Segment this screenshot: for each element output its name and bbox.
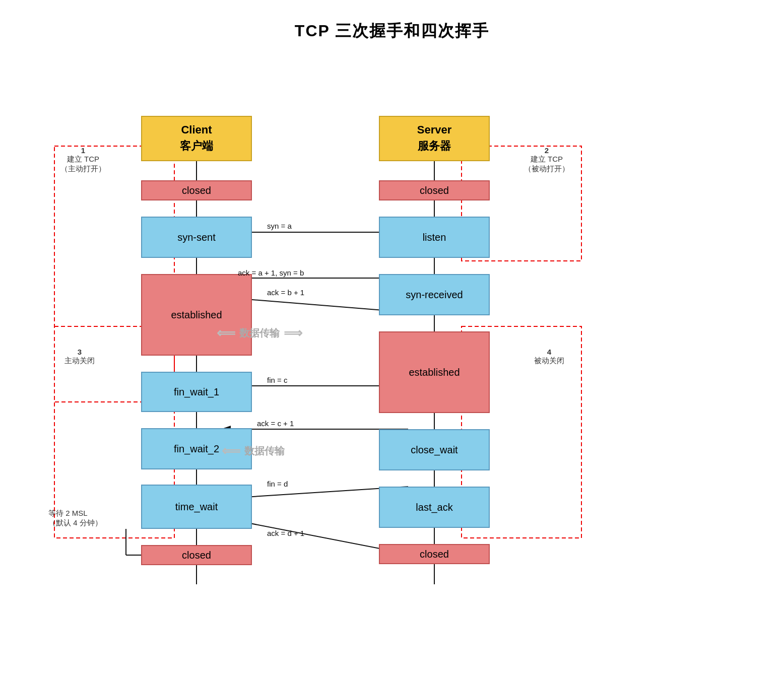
msg-ack-c1: ack = c + 1 <box>257 419 294 428</box>
server-last-ack: last_ack <box>379 487 490 528</box>
side-label-4: 4 被动关闭 <box>534 348 564 366</box>
client-label: Client <box>181 123 212 137</box>
server-closed-top: closed <box>379 180 490 200</box>
msg-ack-syn-b: ack = a + 1, syn = b <box>238 268 304 277</box>
page-title: TCP 三次握手和四次挥手 <box>0 0 784 42</box>
side-label-2: 2 建立 TCP（被动打开） <box>524 146 569 174</box>
data-transfer-1: ⟸ 数据传输 ⟹ <box>217 325 302 341</box>
client-syn-sent: syn-sent <box>141 217 252 258</box>
server-label: Server <box>417 123 452 137</box>
client-sublabel: 客户端 <box>180 139 213 154</box>
server-established: established <box>379 331 490 413</box>
msg-ack-d1: ack = d + 1 <box>267 529 304 537</box>
wait-label: 等待 2 MSL（默认 4 分钟） <box>48 509 102 528</box>
side-label-1: 1 建立 TCP（主动打开） <box>60 146 106 174</box>
client-closed-top: closed <box>141 180 252 200</box>
client-time-wait: time_wait <box>141 485 252 529</box>
server-close-wait: close_wait <box>379 429 490 470</box>
server-box: Server 服务器 <box>379 116 490 161</box>
side-label-3: 3 主动关闭 <box>64 348 95 366</box>
data-transfer-2: ⟸ 数据传输 <box>222 443 285 459</box>
msg-syn-a: syn = a <box>267 222 292 230</box>
server-sublabel: 服务器 <box>418 139 451 154</box>
msg-fin-c: fin = c <box>267 376 287 384</box>
client-box: Client 客户端 <box>141 116 252 161</box>
client-closed-bottom: closed <box>141 545 252 565</box>
server-closed-bottom: closed <box>379 544 490 564</box>
msg-ack-b1: ack = b + 1 <box>267 288 304 297</box>
msg-fin-d: fin = d <box>267 480 288 488</box>
client-fin-wait-1: fin_wait_1 <box>141 372 252 412</box>
server-listen: listen <box>379 217 490 258</box>
server-syn-received: syn-received <box>379 274 490 315</box>
client-established: established <box>141 274 252 356</box>
